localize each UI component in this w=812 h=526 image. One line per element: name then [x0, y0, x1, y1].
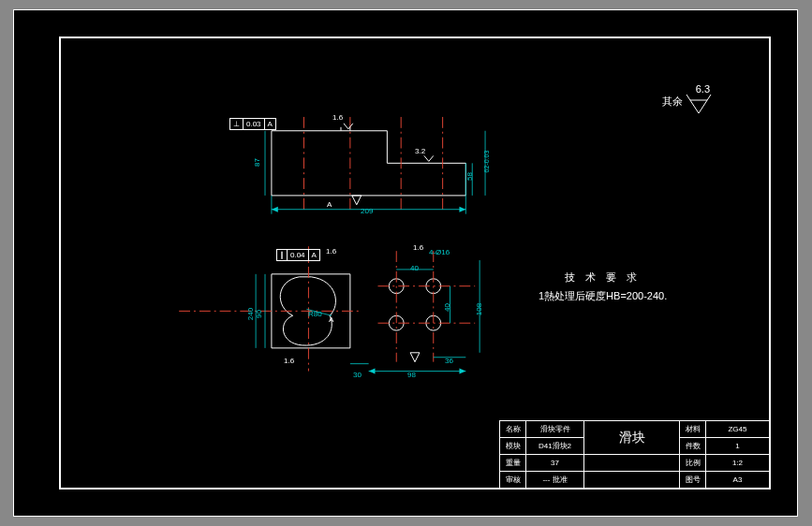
sf-b2: 1.6: [413, 243, 423, 252]
sf-b3: 1.6: [284, 357, 294, 365]
tb-r1c5: ZG45: [706, 421, 770, 438]
dim-108: 108: [475, 303, 483, 315]
part-name: 滑块: [584, 421, 680, 455]
dim-240: 240: [246, 308, 255, 320]
svg-marker-28: [369, 369, 376, 374]
dim-98: 98: [407, 371, 416, 379]
tb-r2c4: 件数: [680, 438, 706, 455]
tb-r2c2: D41滑块2: [526, 438, 584, 455]
tb-r3c5: 1:2: [706, 455, 770, 472]
tb-r1c4: 材料: [680, 421, 706, 438]
dim-30: 30: [353, 371, 362, 379]
tb-r3c1: 重量: [500, 455, 526, 472]
tb-r3c3: [584, 455, 680, 472]
tb-r1c2: 滑块零件: [526, 421, 584, 438]
tb-r4c3: [584, 472, 680, 489]
title-block: 名称 滑块零件 滑块 材料 ZG45 模块 D41滑块2 件数 1 重量 37 …: [499, 420, 769, 488]
tb-r2c5: 1: [706, 438, 770, 455]
tb-r1c1: 名称: [500, 421, 526, 438]
sf-b1: 1.6: [326, 247, 336, 256]
tb-r4c2: --- 批准: [526, 472, 584, 489]
svg-marker-29: [459, 369, 465, 374]
drawing-frame: 其余 6.3 技 术 要 求 1熱处理后硬度HB=200-240.: [59, 37, 771, 489]
datum-a-bot: A: [329, 315, 333, 324]
dim-pitch-x: 40: [410, 264, 419, 272]
cad-canvas: 其余 6.3 技 术 要 求 1熱处理后硬度HB=200-240.: [13, 9, 798, 517]
tb-r4c4: 图号: [680, 472, 706, 489]
tb-r3c2: 37: [526, 455, 584, 472]
hole-callout: 4-Ø16: [429, 248, 450, 256]
dim-pitch-y: 40: [443, 303, 451, 312]
tb-r3c4: 比例: [680, 455, 706, 472]
tb-r4c1: 审核: [500, 472, 526, 489]
dim-36: 36: [445, 357, 453, 365]
radius: R80: [308, 310, 322, 318]
dim-90: 90: [255, 310, 263, 318]
tb-r4c5: A3: [706, 472, 770, 489]
gdt-par: ∥ 0.04 A: [276, 249, 320, 261]
tb-r2c1: 模块: [500, 438, 526, 455]
